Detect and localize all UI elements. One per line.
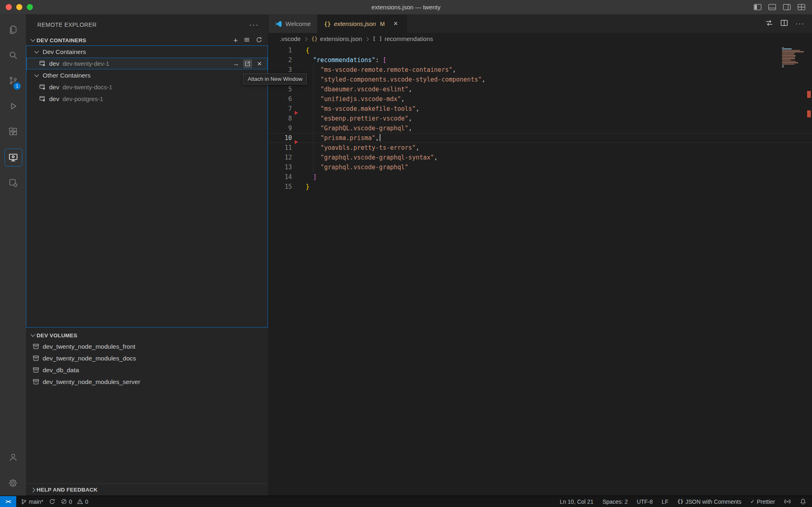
settings-gear-icon[interactable] [0, 470, 26, 496]
gutter [292, 162, 306, 172]
section-dev-containers[interactable]: DEV CONTAINERS + [26, 35, 268, 45]
code-line[interactable]: 12 "graphql.vscode-graphql-syntax", [268, 153, 812, 162]
status-formatter[interactable]: ✓Prettier [750, 498, 775, 505]
remove-container-icon[interactable]: × [255, 59, 264, 68]
titlebar[interactable]: extensions.json — twenty [0, 0, 812, 15]
run-and-debug-icon[interactable] [0, 93, 26, 119]
volume-icon [32, 355, 39, 362]
help-and-feedback-header[interactable]: HELP AND FEEDBACK [26, 483, 268, 496]
add-icon[interactable]: + [233, 37, 238, 44]
status-label: Prettier [757, 498, 775, 505]
status-git-branch[interactable]: main* [21, 498, 43, 505]
toggle-panel-icon[interactable] [768, 4, 776, 11]
code-line[interactable]: 7 "ms-vscode.makefile-tools", [268, 104, 812, 114]
code-line[interactable]: 4 "styled-components.vscode-styled-compo… [268, 75, 812, 84]
minimap[interactable] [782, 47, 805, 67]
dev-containers-icon[interactable] [0, 170, 26, 196]
remote-indicator[interactable]: >< [0, 496, 16, 507]
code-line[interactable]: 3 "ms-vscode-remote.remote-containers", [268, 65, 812, 75]
line-number: 6 [268, 94, 292, 104]
more-actions-icon[interactable]: ··· [249, 23, 259, 27]
code-line[interactable]: 6 "unifiedjs.vscode-mdx", [268, 94, 812, 104]
warning-count: 0 [85, 498, 89, 505]
status-sync[interactable] [49, 498, 55, 505]
volume-item[interactable]: dev_twenty_node_modules_server [26, 376, 268, 388]
minimize-window-button[interactable] [16, 4, 22, 10]
volume-name: dev_twenty_node_modules_server [43, 378, 140, 386]
toggle-primary-sidebar-icon[interactable] [754, 4, 762, 11]
source-control-icon[interactable]: 1 [0, 68, 26, 93]
chevron-down-icon [34, 72, 40, 79]
attach-container-icon[interactable]: → [231, 59, 240, 68]
status-problems[interactable]: 0 0 [61, 498, 89, 505]
code-editor[interactable]: 1{2 "recommendations": [3 "ms-vscode-rem… [268, 45, 812, 496]
breadcrumb-file[interactable]: {} extensions.json [311, 35, 362, 42]
code-text: "ms-vscode-remote.remote-containers", [306, 65, 456, 75]
status-language-mode[interactable]: {}JSON with Comments [677, 498, 741, 505]
attach-new-window-icon[interactable] [243, 59, 252, 68]
customize-layout-icon[interactable] [797, 4, 806, 11]
status-notifications[interactable] [800, 498, 806, 505]
tab-extensions-json[interactable]: {} extensions.json M × [317, 15, 407, 33]
dev-volumes-header[interactable]: DEV VOLUMES [26, 330, 268, 341]
container-description: dev-twenty-dev-1 [63, 60, 109, 67]
close-tab-icon[interactable]: × [391, 19, 400, 28]
open-changes-icon[interactable] [765, 19, 773, 28]
status-label: Ln 10, Col 21 [560, 498, 594, 505]
volume-item[interactable]: dev_twenty_node_modules_docs [26, 352, 268, 364]
code-text: "esbenp.prettier-vscode", [306, 114, 412, 123]
zoom-window-button[interactable] [27, 4, 33, 10]
section-label: DEV VOLUMES [37, 332, 77, 339]
tree-group[interactable]: Other Containers [26, 69, 268, 81]
status-cursor-position[interactable]: Ln 10, Col 21 [560, 498, 594, 505]
line-number: 14 [268, 172, 292, 182]
code-line[interactable]: 13 "graphql.vscode-graphql" [268, 162, 812, 172]
container-item[interactable]: devdev-postgres-1 [26, 93, 268, 105]
code-line[interactable]: 11 "yoavbls.pretty-ts-errors", [268, 143, 812, 153]
code-line[interactable]: 9 "GraphQL.vscode-graphql", [268, 123, 812, 133]
line-number: 7 [268, 104, 292, 114]
container-name: dev [49, 60, 59, 67]
tree-group[interactable]: Dev Containers [26, 46, 268, 58]
code-line[interactable]: 1{ [268, 45, 812, 55]
extensions-icon[interactable] [0, 119, 26, 145]
container-item[interactable]: devdev-twenty-docs-1 [26, 81, 268, 93]
status-encoding[interactable]: UTF-8 [637, 498, 653, 505]
check-icon: ✓ [750, 498, 755, 505]
indent-guide [313, 65, 313, 172]
breadcrumb-folder[interactable]: .vscode [280, 35, 301, 42]
code-line[interactable]: 14 ] [268, 172, 812, 182]
refresh-icon[interactable] [256, 37, 262, 44]
volume-item[interactable]: dev_twenty_node_modules_front [26, 341, 268, 352]
remote-explorer-icon[interactable] [0, 145, 26, 170]
breadcrumb-symbol[interactable]: [ ] recommendations [373, 35, 433, 42]
status-feedback[interactable] [784, 498, 791, 505]
sidebar-title-row: REMOTE EXPLORER ··· [26, 15, 268, 35]
git-modified-badge: M [380, 21, 385, 27]
vscode-logo-icon [275, 20, 282, 28]
split-editor-icon[interactable] [780, 19, 788, 28]
line-number: 2 [268, 55, 292, 65]
code-line[interactable]: 8 "esbenp.prettier-vscode", [268, 114, 812, 123]
status-indentation[interactable]: Spaces: 2 [603, 498, 628, 505]
accounts-icon[interactable] [0, 444, 26, 470]
gutter [292, 133, 306, 143]
more-actions-icon[interactable]: ··· [795, 22, 805, 26]
explorer-icon[interactable] [0, 17, 26, 42]
search-icon[interactable] [0, 42, 26, 68]
status-label: JSON with Comments [685, 498, 741, 505]
volume-item[interactable]: dev_db_data [26, 364, 268, 376]
container-item[interactable]: devdev-twenty-dev-1 → × [26, 58, 268, 69]
code-line[interactable]: 2 "recommendations": [ [268, 55, 812, 65]
toggle-secondary-sidebar-icon[interactable] [783, 4, 791, 11]
code-line[interactable]: 5 "dbaeumer.vscode-eslint", [268, 84, 812, 94]
breadcrumb-label: recommendations [384, 35, 433, 42]
details-list-icon[interactable] [244, 37, 250, 44]
tab-wel[interactable]: Welcome [268, 15, 317, 33]
code-line[interactable]: 15} [268, 182, 812, 192]
status-eol[interactable]: LF [662, 498, 668, 505]
close-window-button[interactable] [6, 4, 12, 10]
code-text: "dbaeumer.vscode-eslint", [306, 84, 412, 94]
code-line[interactable]: 10 "prisma.prisma", [268, 133, 812, 143]
line-number: 13 [268, 162, 292, 172]
